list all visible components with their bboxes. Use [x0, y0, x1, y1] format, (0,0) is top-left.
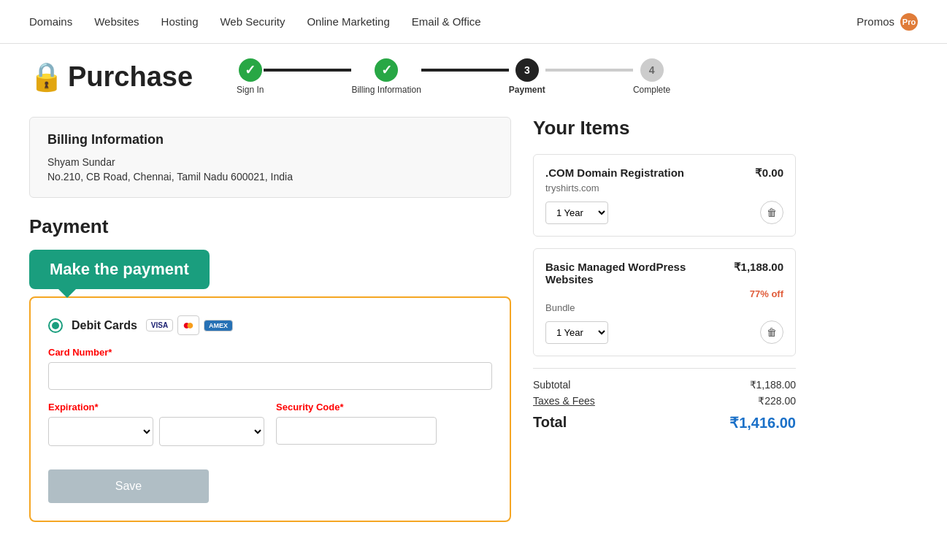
expiration-month-select[interactable]: 01020304 05060708 09101112 — [48, 417, 153, 446]
totals-section: Subtotal ₹1,188.00 Taxes & Fees ₹228.00 … — [533, 368, 796, 431]
amex-logo: AMEX — [204, 320, 233, 331]
billing-address: No.210, CB Road, Chennai, Tamil Nadu 600… — [47, 171, 493, 183]
security-code-label: Security Code* — [276, 402, 492, 413]
card-number-input[interactable] — [48, 362, 492, 390]
item-footer-domain: 1 Year 2 Years 🗑 — [545, 201, 783, 224]
payment-section-title: Payment — [29, 215, 511, 238]
line-2 — [421, 69, 509, 72]
security-code-label-text: Security Code — [276, 402, 340, 413]
save-button[interactable]: Save — [48, 469, 209, 503]
make-payment-tooltip: Make the payment — [29, 250, 210, 289]
step-sign-in: ✓ Sign In — [237, 58, 264, 95]
checkmark-sign-in: ✓ — [245, 62, 256, 78]
security-required: * — [340, 402, 343, 413]
debit-label: Debit Cards — [72, 319, 137, 332]
item-header-domain: .COM Domain Registration ₹0.00 — [545, 166, 783, 180]
page-content: 🔒 Purchase ✓ Sign In ✓ Billing Informati… — [0, 44, 947, 537]
step-number-payment: 3 — [524, 64, 530, 76]
security-code-group: Security Code* — [276, 402, 492, 446]
item-header-wordpress: Basic Managed WordPress Websites ₹1,188.… — [545, 261, 783, 285]
step-number-complete: 4 — [649, 64, 655, 76]
item-year-select-domain[interactable]: 1 Year 2 Years — [545, 202, 608, 224]
card-number-label: Card Number* — [48, 347, 492, 358]
purchase-header: 🔒 Purchase ✓ Sign In ✓ Billing Informati… — [29, 58, 918, 95]
step-complete: 4 Complete — [633, 58, 670, 95]
exp-selects: 01020304 05060708 09101112 2024202520262… — [48, 417, 264, 446]
radio-dot — [52, 322, 59, 329]
subtotal-row: Subtotal ₹1,188.00 — [533, 379, 796, 391]
item-delete-domain[interactable]: 🗑 — [760, 201, 783, 224]
right-column: Your Items .COM Domain Registration ₹0.0… — [533, 117, 796, 522]
item-price-domain: ₹0.00 — [755, 166, 783, 180]
taxes-value: ₹228.00 — [758, 395, 796, 407]
subtotal-value: ₹1,188.00 — [750, 379, 797, 391]
navigation: Domains Websites Hosting Web Security On… — [0, 0, 947, 44]
debit-radio[interactable] — [48, 318, 63, 333]
checkmark-billing: ✓ — [381, 62, 392, 78]
step-circle-sign-in: ✓ — [239, 58, 262, 82]
step-circle-billing: ✓ — [375, 58, 398, 82]
item-card-wordpress: Basic Managed WordPress Websites ₹1,188.… — [533, 248, 796, 356]
step-label-complete: Complete — [633, 85, 670, 95]
item-delete-wordpress[interactable]: 🗑 — [760, 321, 783, 344]
security-code-input[interactable] — [276, 417, 437, 445]
line-3 — [545, 69, 633, 72]
item-year-select-wordpress[interactable]: 1 Year 2 Years — [545, 321, 608, 344]
subtotal-label: Subtotal — [533, 379, 570, 391]
left-column: Billing Information Shyam Sundar No.210,… — [29, 117, 511, 522]
item-price-wordpress: ₹1,188.00 — [734, 261, 783, 274]
nav-web-security[interactable]: Web Security — [220, 15, 285, 28]
billing-info-card: Billing Information Shyam Sundar No.210,… — [29, 117, 511, 198]
total-label: Total — [533, 414, 567, 431]
item-name-wordpress: Basic Managed WordPress Websites — [545, 261, 734, 285]
step-label-sign-in: Sign In — [237, 85, 264, 95]
step-label-payment: Payment — [509, 85, 545, 95]
nav-hosting[interactable]: Hosting — [161, 15, 199, 28]
expiration-label: Expiration* — [48, 402, 264, 413]
item-footer-wordpress: 1 Year 2 Years 🗑 — [545, 321, 783, 344]
card-logos: VISA ●● AMEX — [146, 315, 233, 335]
mastercard-logo: ●● — [177, 315, 199, 335]
card-number-required: * — [108, 347, 112, 358]
tooltip-wrapper: Make the payment — [29, 250, 210, 289]
exp-security-row: Expiration* 01020304 05060708 09101112 — [48, 402, 492, 458]
item-sub-domain: tryshirts.com — [545, 183, 783, 193]
nav-websites[interactable]: Websites — [94, 15, 139, 28]
discount-badge-wordpress: 77% off — [545, 288, 783, 299]
lock-icon: 🔒 — [29, 61, 64, 93]
nav-email-office[interactable]: Email & Office — [412, 15, 481, 28]
nav-online-marketing[interactable]: Online Marketing — [307, 15, 389, 28]
total-value: ₹1,416.00 — [729, 414, 796, 431]
billing-card-title: Billing Information — [47, 132, 493, 147]
step-label-billing: Billing Information — [351, 85, 421, 95]
your-items-title: Your Items — [533, 117, 796, 139]
taxes-row: Taxes & Fees ₹228.00 — [533, 395, 796, 407]
billing-name: Shyam Sundar — [47, 156, 493, 168]
taxes-label[interactable]: Taxes & Fees — [533, 395, 595, 407]
card-number-group: Card Number* — [48, 347, 492, 390]
debit-cards-row: Debit Cards VISA ●● AMEX — [48, 315, 492, 335]
progress-bar: ✓ Sign In ✓ Billing Information 3 Paymen… — [237, 58, 670, 95]
expiration-year-select[interactable]: 2024202520262027 202820292030 — [159, 417, 264, 446]
two-col-layout: Billing Information Shyam Sundar No.210,… — [29, 117, 918, 522]
total-row: Total ₹1,416.00 — [533, 414, 796, 431]
item-name-domain: .COM Domain Registration — [545, 166, 684, 179]
purchase-title-text: Purchase — [68, 61, 193, 93]
step-billing: ✓ Billing Information — [351, 58, 421, 95]
promos-label[interactable]: Promos — [856, 15, 894, 28]
line-1 — [264, 69, 351, 72]
nav-domains[interactable]: Domains — [29, 15, 72, 28]
step-circle-complete: 4 — [640, 58, 664, 82]
visa-logo: VISA — [146, 319, 173, 331]
expiration-required: * — [95, 402, 99, 413]
payment-form: Debit Cards VISA ●● AMEX Card Number* — [29, 296, 511, 522]
step-circle-payment: 3 — [515, 58, 539, 82]
item-card-domain: .COM Domain Registration ₹0.00 tryshirts… — [533, 154, 796, 237]
expiration-label-text: Expiration — [48, 402, 95, 413]
page-title: 🔒 Purchase — [29, 61, 193, 93]
item-sub-wordpress: Bundle — [545, 302, 783, 313]
nav-links: Domains Websites Hosting Web Security On… — [29, 15, 481, 28]
card-number-label-text: Card Number — [48, 347, 108, 358]
pro-badge: Pro — [900, 13, 918, 31]
step-payment: 3 Payment — [509, 58, 545, 95]
